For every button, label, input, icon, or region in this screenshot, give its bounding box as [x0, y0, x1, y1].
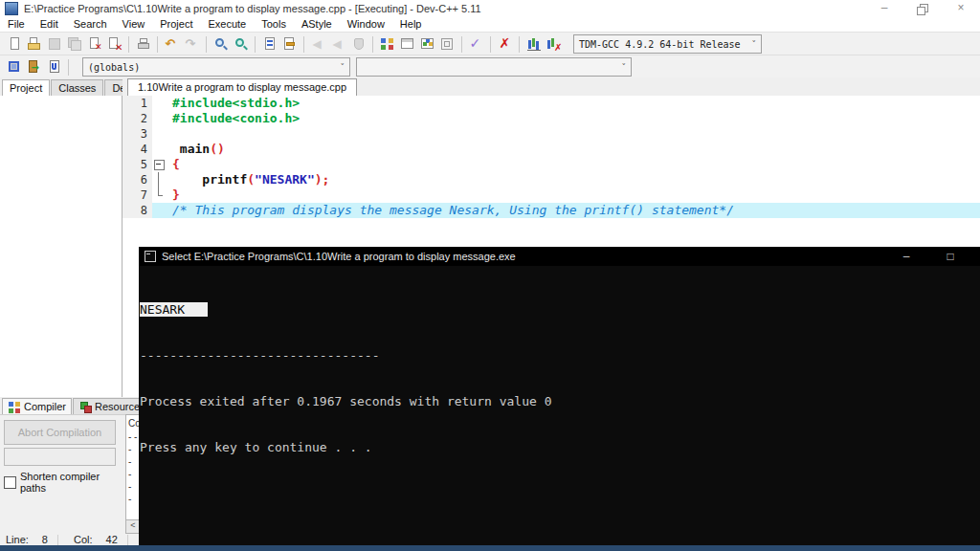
print-button[interactable] [133, 34, 153, 55]
goto-bookmark-button[interactable] [44, 57, 64, 77]
tab-resources[interactable]: Resources [73, 398, 141, 414]
status-separator [57, 535, 58, 545]
code-text: /* This program displays the message Nes… [167, 203, 980, 218]
menu-search[interactable]: Search [66, 17, 115, 31]
restore-icon[interactable] [903, 0, 942, 16]
toolbar-separator [157, 36, 158, 53]
redo-icon [185, 36, 200, 52]
code-token: #include<stdio.h> [172, 96, 300, 110]
delete-profiling-button[interactable] [544, 34, 564, 55]
run-button[interactable] [397, 34, 417, 55]
close-file-button[interactable] [84, 34, 104, 55]
menu-view[interactable]: View [115, 17, 153, 31]
project-browser-panel[interactable] [0, 96, 122, 397]
find-button[interactable] [211, 34, 231, 55]
forward-icon [331, 36, 346, 52]
resources-tab-icon [78, 400, 92, 413]
menu-project[interactable]: Project [152, 17, 200, 31]
replace-button[interactable] [259, 34, 279, 55]
print-icon [136, 36, 151, 52]
profile-button[interactable] [523, 34, 544, 55]
back-icon [311, 36, 326, 52]
insert-snippet-button[interactable] [4, 57, 24, 77]
toggle-bookmark-icon [27, 59, 42, 75]
menu-edit[interactable]: Edit [33, 17, 66, 31]
globals-combo[interactable]: (globals) ˅ [82, 57, 350, 77]
fold-open-marker[interactable] [152, 157, 167, 172]
fold-column [152, 203, 167, 218]
tab-classes[interactable]: Classes [51, 79, 103, 96]
minimize-icon[interactable]: – [865, 0, 903, 16]
tab-label: Resources [95, 401, 141, 412]
compile-button[interactable] [377, 34, 397, 55]
open-file-button[interactable] [24, 34, 44, 55]
member-combo[interactable]: ˅ [356, 57, 632, 77]
compiler-profile-value: TDM-GCC 4.9.2 64-bit Release [579, 39, 741, 50]
clean-button[interactable] [495, 34, 515, 55]
editor-line: 3 [122, 126, 980, 142]
editor-tab[interactable]: 1.10Write a program to display message.c… [127, 78, 357, 96]
console-line-prompt: Press any key to continue . . . [140, 440, 980, 455]
menu-help[interactable]: Help [392, 17, 430, 31]
navigation-toolbar: (globals) ˅ ˅ [0, 55, 980, 79]
title-bar: E:\Practice Programs\C\1.10Write a progr… [0, 0, 980, 16]
globals-value: (globals) [88, 62, 140, 73]
abort-button[interactable] [348, 34, 368, 55]
console-line-output: NESARK [140, 302, 980, 318]
editor-tabs: 1.10Write a program to display message.c… [122, 77, 980, 96]
toolbar-separator [303, 36, 304, 53]
find-next-icon [234, 36, 249, 52]
tab-compiler[interactable]: Compiler [2, 398, 72, 414]
clean-icon [498, 36, 513, 52]
save-button[interactable] [44, 34, 64, 55]
abort-compilation-button[interactable]: Abort Compilation [4, 420, 116, 445]
code-token: /* This program displays the message Nes… [172, 203, 734, 217]
editor-lines: 1#include<stdio.h>2#include<conio.h>34 m… [122, 96, 980, 218]
fold-column [152, 111, 167, 126]
fold-line-marker [152, 172, 167, 187]
menu-astyle[interactable]: AStyle [294, 17, 340, 31]
syntax-check-button[interactable] [466, 34, 486, 55]
compiler-panel: Abort Compilation Shorten compiler paths [0, 414, 126, 533]
goto-bookmark-icon [47, 59, 62, 75]
console-minimize-icon[interactable]: – [884, 247, 928, 266]
log-rows: - ------ [126, 430, 140, 505]
goto-line-button[interactable] [279, 34, 300, 55]
redo-button[interactable] [182, 34, 202, 55]
close-icon[interactable]: × [942, 0, 980, 16]
console-title-bar[interactable]: Select E:\Practice Programs\C\1.10Write … [139, 247, 980, 266]
shorten-paths-checkbox[interactable] [4, 476, 16, 489]
console-selected-text: NESARK [140, 302, 208, 317]
save-icon [47, 36, 62, 52]
editor-line: 5{ [122, 157, 980, 172]
console-window[interactable]: Select E:\Practice Programs\C\1.10Write … [139, 247, 980, 545]
toggle-bookmark-button[interactable] [24, 57, 44, 77]
undo-button[interactable] [162, 34, 182, 55]
window-title: E:\Practice Programs\C\1.10Write a progr… [24, 3, 481, 14]
panel-tabs: ProjectClassesDebug [0, 77, 124, 96]
find-next-button[interactable] [231, 34, 251, 55]
close-all-button[interactable] [104, 34, 124, 55]
menu-tools[interactable]: Tools [254, 17, 294, 31]
tab-project[interactable]: Project [2, 79, 50, 96]
toolbar2-icons [4, 57, 73, 77]
new-file-button[interactable] [4, 34, 24, 55]
forward-button[interactable] [328, 34, 348, 55]
console-output: NESARK -------------------------------- … [139, 266, 980, 486]
compiler-profile-combo[interactable]: TDM-GCC 4.9.2 64-bit Release ˅ [573, 34, 762, 54]
editor-line: 7} [122, 187, 980, 203]
menu-execute[interactable]: Execute [200, 17, 254, 31]
console-maximize-icon[interactable]: □ [928, 247, 972, 266]
save-all-button[interactable] [64, 34, 84, 55]
back-button[interactable] [308, 34, 328, 55]
console-line-divider: -------------------------------- [140, 348, 980, 364]
rebuild-all-button[interactable] [437, 34, 457, 55]
log-row: - [126, 455, 140, 468]
code-token: { [172, 157, 180, 171]
compile-run-button[interactable] [417, 34, 437, 55]
menu-file[interactable]: File [0, 17, 33, 31]
line-number: 5 [122, 157, 152, 172]
menu-window[interactable]: Window [340, 17, 392, 31]
editor-line: 1#include<stdio.h> [122, 96, 980, 111]
code-text: main() [167, 142, 980, 157]
